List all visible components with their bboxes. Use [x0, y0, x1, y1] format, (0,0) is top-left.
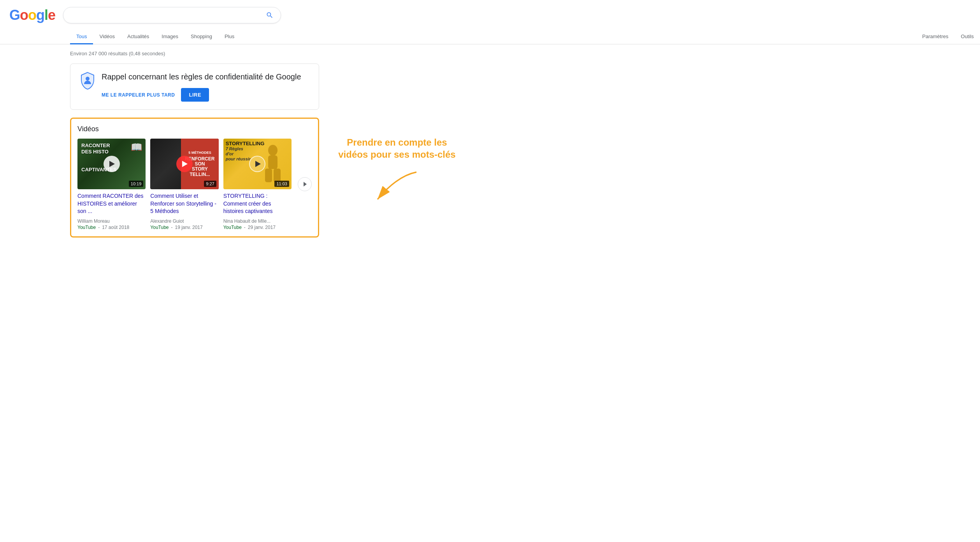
search-bar: comment améliorer son storytelling [63, 7, 281, 23]
annotation-arrow [366, 168, 428, 207]
videos-grid: RACONTERDES HISTOCAPTIVANTES 📖 10:19 Com… [77, 139, 312, 230]
video-duration-3: 11:03 [274, 181, 289, 187]
video-source-row-2: YouTube - 19 janv. 2017 [150, 225, 218, 230]
video-card-3[interactable]: STORYTELLING 7 Règlesd'orpour réussir [223, 139, 292, 230]
book-icon: 📖 [131, 142, 142, 153]
tab-actualites[interactable]: Actualités [121, 30, 155, 44]
video-source-row-3: YouTube - 29 janv. 2017 [223, 225, 292, 230]
privacy-title: Rappel concernant les règles de confiden… [102, 72, 309, 82]
youtube-label-1: YouTube [77, 225, 96, 230]
results-count: Environ 247 000 résultats (0,48 secondes… [70, 51, 319, 56]
main-content: Environ 247 000 résultats (0,48 secondes… [0, 44, 980, 238]
privacy-actions: ME LE RAPPELER PLUS TARD LIRE [102, 88, 309, 102]
video-thumbnail-3[interactable]: STORYTELLING 7 Règlesd'orpour réussir [223, 139, 292, 189]
google-logo: Google [9, 7, 55, 23]
annotation-text: Prendre en compte les vidéos pour ses mo… [335, 136, 459, 160]
play-triangle-icon-3 [255, 161, 261, 167]
svg-rect-2 [268, 155, 277, 169]
tab-parametres[interactable]: Paramètres [916, 30, 955, 44]
tab-videos[interactable]: Vidéos [93, 30, 121, 44]
play-button-1[interactable] [104, 156, 120, 172]
video-card-2[interactable]: 5 MÉTHODES RENFORCERSONSTORYTELLIN... 9:… [150, 139, 218, 230]
video-date-1: 17 août 2018 [102, 225, 129, 230]
videos-section: Vidéos RACONTERDES HISTOCAPTIVANTES 📖 [70, 118, 319, 238]
video-separator-3: - [244, 225, 246, 230]
video-thumbnail-1[interactable]: RACONTERDES HISTOCAPTIVANTES 📖 10:19 [77, 139, 146, 189]
tab-tous[interactable]: Tous [70, 30, 93, 44]
play-button-2[interactable] [176, 156, 193, 172]
video-card-1[interactable]: RACONTERDES HISTOCAPTIVANTES 📖 10:19 Com… [77, 139, 146, 230]
video-duration-1: 10:19 [129, 181, 144, 187]
chevron-right-icon [304, 182, 307, 187]
svg-rect-3 [265, 169, 272, 182]
video-thumbnail-2[interactable]: 5 MÉTHODES RENFORCERSONSTORYTELLIN... 9:… [150, 139, 218, 189]
video-author-3: Nina Habault de Mlle... [223, 218, 292, 224]
video-title-1[interactable]: Comment RACONTER des HISTOIRES et amélio… [77, 192, 146, 215]
annotation-area: Prendre en compte les vidéos pour ses mo… [335, 51, 459, 238]
nav-tabs: Tous Vidéos Actualités Images Shopping P… [0, 26, 980, 44]
video-source-row-1: YouTube - 17 août 2018 [77, 225, 146, 230]
video-separator-1: - [98, 225, 100, 230]
svg-rect-4 [274, 169, 281, 182]
youtube-label-3: YouTube [223, 225, 242, 230]
video-separator-2: - [171, 225, 172, 230]
search-icon [266, 11, 274, 19]
svg-point-0 [86, 77, 90, 81]
tab-plus[interactable]: Plus [218, 30, 241, 44]
privacy-card: Rappel concernant les règles de confiden… [70, 63, 319, 110]
tab-images[interactable]: Images [155, 30, 184, 44]
video-author-2: Alexandre Guiot [150, 218, 218, 224]
video-title-2[interactable]: Comment Utiliser et Renforcer son Storyt… [150, 192, 218, 215]
videos-next-button[interactable] [298, 177, 312, 191]
read-button[interactable]: LIRE [181, 88, 209, 102]
thumb-red-text-top: 5 MÉTHODES [188, 151, 211, 155]
search-input[interactable]: comment améliorer son storytelling [70, 12, 266, 19]
svg-point-1 [268, 145, 277, 156]
search-button[interactable] [266, 11, 274, 19]
play-button-3[interactable] [249, 156, 265, 172]
privacy-shield-icon [80, 72, 95, 87]
youtube-label-2: YouTube [150, 225, 169, 230]
video-title-3[interactable]: STORYTELLING : Comment créer des histoir… [223, 192, 292, 215]
header: Google comment améliorer son storytellin… [0, 0, 980, 23]
tab-shopping[interactable]: Shopping [184, 30, 218, 44]
video-date-2: 19 janv. 2017 [175, 225, 202, 230]
video-author-1: William Moreau [77, 218, 146, 224]
play-triangle-icon [109, 161, 115, 167]
play-triangle-icon-2 [182, 161, 188, 167]
videos-section-label: Vidéos [77, 125, 312, 133]
privacy-card-content: Rappel concernant les règles de confiden… [102, 72, 309, 102]
results-area: Environ 247 000 résultats (0,48 secondes… [70, 51, 319, 238]
remind-later-link[interactable]: ME LE RAPPELER PLUS TARD [102, 92, 175, 98]
tab-outils[interactable]: Outils [955, 30, 980, 44]
video-date-3: 29 janv. 2017 [248, 225, 276, 230]
video-duration-2: 9:27 [204, 181, 216, 187]
